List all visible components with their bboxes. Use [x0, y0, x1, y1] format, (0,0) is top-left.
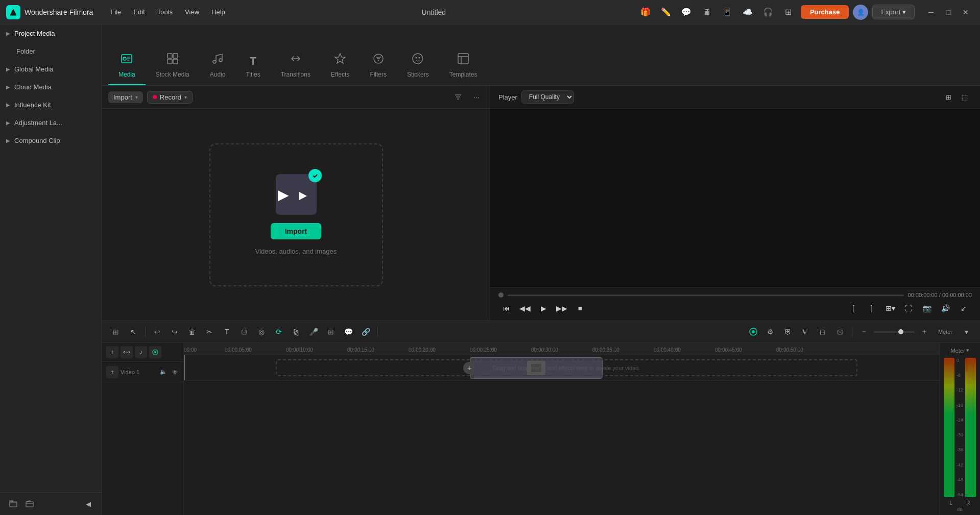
skip-back-button[interactable]: ⏮ — [498, 300, 515, 316]
sidebar-collapse-button[interactable]: ◀ — [81, 497, 95, 511]
fullscreen-button[interactable]: ⛶ — [900, 300, 917, 316]
meter-dropdown-icon[interactable]: ▾ — [959, 324, 974, 339]
avatar[interactable]: 👤 — [853, 5, 868, 20]
tab-effects[interactable]: Effects — [321, 46, 360, 85]
more-options-icon[interactable]: ··· — [469, 90, 484, 104]
timeline-layout-button[interactable]: ⊞ — [108, 324, 124, 339]
tab-transitions[interactable]: Transitions — [271, 46, 321, 85]
aspect-ratio-icon[interactable]: ⬚ — [958, 90, 972, 104]
stop-button[interactable]: ■ — [572, 300, 588, 316]
grid-icon[interactable]: ⊞ — [780, 4, 797, 20]
ai-tool-button[interactable]: ⟳ — [271, 324, 286, 339]
menu-view[interactable]: View — [180, 6, 204, 18]
seekbar-thumb[interactable] — [498, 292, 504, 298]
color-button[interactable]: ⧎ — [289, 324, 304, 339]
add-linked-clip-button[interactable] — [121, 346, 133, 358]
track-eye-button[interactable]: 👁 — [170, 367, 179, 377]
menu-file[interactable]: File — [105, 6, 126, 18]
maximize-button[interactable]: □ — [940, 4, 957, 20]
sidebar-item-global-media[interactable]: ▶ Global Media — [0, 60, 102, 78]
audio-settings-button[interactable]: 🔊 — [937, 300, 953, 316]
tab-templates[interactable]: Templates — [439, 46, 488, 85]
menu-help[interactable]: Help — [206, 6, 230, 18]
add-video-track-button[interactable]: + — [106, 346, 118, 358]
record-dot-icon — [153, 95, 157, 99]
gift-icon[interactable]: 🎁 — [637, 4, 654, 20]
delete-button[interactable]: 🗑 — [184, 324, 200, 339]
monitor-icon[interactable]: 🖥 — [699, 4, 715, 20]
sidebar-item-project-media[interactable]: ▶ Project Media — [0, 24, 102, 42]
multi-clip-button[interactable]: ⊞ — [323, 324, 339, 339]
captions-button[interactable]: ⊡ — [832, 324, 848, 339]
sidebar-item-adjustment-layer[interactable]: ▶ Adjustment La... — [0, 114, 102, 132]
close-button[interactable]: ✕ — [958, 4, 974, 20]
scale-42: -42 — [957, 462, 963, 468]
svg-rect-8 — [173, 59, 178, 64]
tab-titles[interactable]: T Titles — [235, 48, 270, 85]
headphone-icon[interactable]: 🎧 — [760, 4, 776, 20]
scene-button[interactable]: ⊟ — [815, 324, 830, 339]
redo-button[interactable]: ↪ — [167, 324, 182, 339]
zoom-out-button[interactable]: － — [856, 324, 872, 339]
track-mute-button[interactable]: 🔈 — [159, 367, 168, 377]
add-to-track-button[interactable]: + — [106, 366, 118, 378]
filter-icon[interactable] — [451, 90, 465, 104]
stabilize-button[interactable]: ◎ — [254, 324, 269, 339]
record-button[interactable]: Record ▾ — [147, 91, 193, 104]
mark-out-button[interactable]: ] — [864, 300, 880, 316]
add-audio-track-button[interactable]: ♪ — [135, 346, 147, 358]
mic-button[interactable]: 🎙 — [798, 324, 813, 339]
crop-tool-button[interactable]: ⊡ — [236, 324, 252, 339]
sidebar-item-cloud-media[interactable]: ▶ Cloud Media — [0, 78, 102, 96]
chat-icon[interactable]: 💬 — [678, 4, 695, 20]
tab-stickers[interactable]: Stickers — [397, 46, 439, 85]
step-back-button[interactable]: ◀◀ — [517, 300, 533, 316]
mark-in-button[interactable]: [ — [845, 300, 862, 316]
undo-button[interactable]: ↩ — [150, 324, 165, 339]
zoom-control[interactable] — [874, 331, 915, 333]
shield-button[interactable]: ⛨ — [780, 324, 796, 339]
purchase-button[interactable]: Purchase — [801, 5, 849, 19]
minimize-button[interactable]: ─ — [923, 4, 939, 20]
ai-track-button[interactable] — [149, 346, 161, 358]
tab-media[interactable]: Media — [108, 46, 146, 85]
zoom-slider[interactable] — [874, 331, 915, 333]
step-forward-button[interactable]: ▶▶ — [554, 300, 570, 316]
menu-tools[interactable]: Tools — [152, 6, 178, 18]
sidebar-item-folder[interactable]: Folder — [0, 42, 102, 60]
new-folder-button[interactable] — [6, 497, 20, 511]
open-folder-button[interactable] — [22, 497, 37, 511]
sidebar-item-compound-clip[interactable]: ▶ Compound Clip — [0, 132, 102, 150]
seekbar-track[interactable] — [508, 295, 904, 296]
audio-tool-button[interactable]: 🎤 — [306, 324, 321, 339]
import-button[interactable]: Import ▾ — [108, 91, 143, 103]
magicpen-icon[interactable]: ✏️ — [658, 4, 674, 20]
timeline-cursor — [184, 355, 185, 380]
cloud-icon[interactable]: ☁️ — [739, 4, 756, 20]
zoom-thumb[interactable] — [898, 329, 903, 334]
cut-tool-button[interactable]: ✂ — [202, 324, 217, 339]
tab-filters[interactable]: Filters — [360, 46, 397, 85]
meter-dropdown-chevron[interactable]: ▾ — [966, 347, 969, 354]
sidebar-item-influence-kit[interactable]: ▶ Influence Kit — [0, 96, 102, 114]
link-button[interactable]: 🔗 — [358, 324, 373, 339]
more-preview-options[interactable]: ↙ — [955, 300, 972, 316]
menu-edit[interactable]: Edit — [128, 6, 150, 18]
select-tool-button[interactable]: ↖ — [126, 324, 141, 339]
text-tool-button[interactable]: T — [219, 324, 234, 339]
seekbar[interactable]: 00:00:00:00 / 00:00:00:00 — [498, 292, 972, 298]
tab-audio[interactable]: Audio — [200, 46, 236, 85]
tab-stock-media[interactable]: Stock Media — [146, 46, 200, 85]
add-to-timeline-button[interactable]: ⊞▾ — [882, 300, 898, 316]
play-button[interactable]: ▶ — [535, 300, 552, 316]
drop-import-button[interactable]: Import — [271, 223, 322, 239]
playback-speed-button[interactable] — [746, 324, 761, 339]
snapshot-button[interactable]: 📷 — [919, 300, 935, 316]
subtitle-button[interactable]: 💬 — [341, 324, 356, 339]
zoom-in-button[interactable]: ＋ — [917, 324, 932, 339]
phone-icon[interactable]: 📱 — [719, 4, 735, 20]
settings-button[interactable]: ⚙ — [763, 324, 778, 339]
grid-view-icon[interactable]: ⊞ — [941, 90, 955, 104]
export-button[interactable]: Export ▾ — [872, 5, 915, 19]
quality-select[interactable]: Full Quality — [521, 90, 574, 104]
